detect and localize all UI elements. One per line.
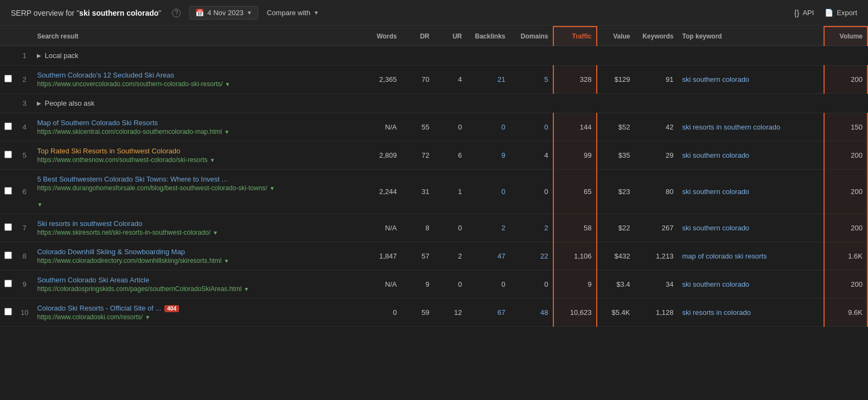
serp-table-container: Search result Words DR UR Backlinks Doma… bbox=[0, 26, 868, 327]
td-checkbox bbox=[0, 270, 16, 299]
table-row: 9 Southern Colorado Ski Areas Article ht… bbox=[0, 270, 867, 299]
table-row: 2 Southern Colorado's 12 Secluded Ski Ar… bbox=[0, 66, 867, 94]
date-picker-button[interactable]: 📅 4 Nov 2023 ▼ bbox=[189, 6, 258, 20]
td-domains: 0 bbox=[510, 113, 553, 141]
th-value: Value bbox=[597, 27, 635, 46]
result-title-link[interactable]: Colorado Ski Resorts - Official Site of … bbox=[37, 304, 364, 312]
result-title-link[interactable]: Ski resorts in southwest Colorado bbox=[37, 220, 364, 228]
td-value: $22 bbox=[597, 214, 635, 242]
compare-label: Compare with bbox=[267, 9, 310, 17]
th-search-result: Search result bbox=[33, 27, 368, 46]
td-backlinks: 0 bbox=[467, 270, 510, 299]
td-num: 6 bbox=[16, 170, 33, 214]
url-caret[interactable]: ▼ bbox=[145, 314, 150, 320]
th-domains: Domains bbox=[510, 27, 553, 46]
td-words: 1,847 bbox=[369, 242, 401, 270]
th-traffic: Traffic bbox=[553, 27, 597, 46]
header-title: SERP overview for "ski southern colorado… bbox=[11, 9, 161, 17]
url-caret[interactable]: ▼ bbox=[225, 81, 231, 87]
url-caret[interactable]: ▼ bbox=[244, 286, 249, 292]
td-domains: 48 bbox=[510, 299, 553, 327]
td-keywords: 34 bbox=[635, 270, 678, 299]
result-title-link[interactable]: Top Rated Ski Resorts in Southwest Color… bbox=[37, 147, 364, 155]
td-title: Southern Colorado Ski Areas Article http… bbox=[33, 270, 368, 299]
td-words: N/A bbox=[369, 270, 401, 299]
td-top-keyword: ski southern colorado bbox=[678, 170, 824, 214]
result-title-link[interactable]: Southern Colorado Ski Areas Article bbox=[37, 276, 364, 284]
url-text: https://www.skiresorts.net/ski-resorts-i… bbox=[37, 229, 210, 236]
url-caret[interactable]: ▼ bbox=[213, 230, 218, 236]
url-caret[interactable]: ▼ bbox=[224, 258, 229, 264]
result-title-link[interactable]: 5 Best Southwestern Colorado Ski Towns: … bbox=[37, 175, 364, 183]
td-ur: 0 bbox=[434, 214, 467, 242]
td-ur: 4 bbox=[434, 66, 467, 94]
result-url: https://www.skicentral.com/colorado-sout… bbox=[37, 128, 364, 136]
td-traffic: 9 bbox=[553, 270, 597, 299]
td-keywords: 267 bbox=[635, 214, 678, 242]
td-dr: 55 bbox=[401, 113, 434, 141]
td-checkbox bbox=[0, 94, 16, 113]
td-top-keyword: ski resorts in colorado bbox=[678, 299, 824, 327]
td-num: 1 bbox=[16, 46, 33, 66]
url-expand-caret[interactable]: ▼ bbox=[37, 202, 42, 208]
td-top-keyword: ski southern colorado bbox=[678, 66, 824, 94]
td-volume: 200 bbox=[824, 214, 867, 242]
result-title-link[interactable]: Map of Southern Colorado Ski Resorts bbox=[37, 119, 364, 127]
td-special-title: ▶ Local pack bbox=[33, 46, 867, 66]
row-checkbox[interactable] bbox=[4, 122, 12, 130]
url-caret[interactable]: ▼ bbox=[210, 157, 215, 163]
row-checkbox[interactable] bbox=[4, 187, 12, 195]
th-dr: DR bbox=[401, 27, 434, 46]
td-top-keyword: map of colorado ski resorts bbox=[678, 242, 824, 270]
url-text: https://www.coloradodirectory.com/downhi… bbox=[37, 257, 221, 264]
td-keywords: 29 bbox=[635, 141, 678, 170]
td-words: N/A bbox=[369, 113, 401, 141]
td-traffic: 58 bbox=[553, 214, 597, 242]
result-url: https://www.onthesnow.com/southwest-colo… bbox=[37, 156, 364, 164]
td-words: 0 bbox=[369, 299, 401, 327]
table-row: 7 Ski resorts in southwest Colorado http… bbox=[0, 214, 867, 242]
td-checkbox bbox=[0, 141, 16, 170]
td-num: 10 bbox=[16, 299, 33, 327]
url-caret[interactable]: ▼ bbox=[224, 129, 229, 135]
row-checkbox[interactable] bbox=[4, 251, 12, 259]
result-url: https://www.skiresorts.net/ski-resorts-i… bbox=[37, 229, 364, 236]
table-row: 3 ▶ People also ask bbox=[0, 94, 867, 113]
result-url: https://coloradospringskids.com/pages/so… bbox=[37, 285, 364, 293]
td-title: Colorado Downhill Skiing & Snowboarding … bbox=[33, 242, 368, 270]
expand-icon: ▶ bbox=[37, 53, 41, 59]
td-dr: 72 bbox=[401, 141, 434, 170]
url-caret[interactable]: ▼ bbox=[270, 185, 275, 191]
row-checkbox[interactable] bbox=[4, 75, 12, 82]
url-text: https://www.onthesnow.com/southwest-colo… bbox=[37, 156, 207, 164]
api-button[interactable]: {} API bbox=[794, 9, 814, 17]
row-checkbox[interactable] bbox=[4, 308, 12, 315]
td-words: N/A bbox=[369, 214, 401, 242]
td-value: $432 bbox=[597, 242, 635, 270]
td-num: 2 bbox=[16, 66, 33, 94]
td-backlinks: 9 bbox=[467, 141, 510, 170]
td-keywords: 80 bbox=[635, 170, 678, 214]
row-checkbox[interactable] bbox=[4, 280, 12, 287]
td-ur: 6 bbox=[434, 141, 467, 170]
row-checkbox[interactable] bbox=[4, 223, 12, 231]
th-volume: Volume bbox=[824, 27, 867, 46]
table-row: 4 Map of Southern Colorado Ski Resorts h… bbox=[0, 113, 867, 141]
export-button[interactable]: 📄 Export bbox=[825, 9, 857, 17]
url-text: https://www.durangohomesforsale.com/blog… bbox=[37, 184, 267, 192]
td-traffic: 328 bbox=[553, 66, 597, 94]
serp-table: Search result Words DR UR Backlinks Doma… bbox=[0, 26, 868, 327]
compare-button[interactable]: Compare with ▼ bbox=[267, 9, 319, 17]
help-icon[interactable]: ? bbox=[172, 9, 181, 17]
td-dr: 9 bbox=[401, 270, 434, 299]
td-ur: 0 bbox=[434, 270, 467, 299]
result-title-link[interactable]: Southern Colorado's 12 Secluded Ski Area… bbox=[37, 71, 364, 79]
result-url: https://www.coloradoski.com/resorts/ ▼ bbox=[37, 313, 364, 321]
td-num: 9 bbox=[16, 270, 33, 299]
td-checkbox bbox=[0, 214, 16, 242]
export-icon: 📄 bbox=[825, 9, 833, 17]
row-checkbox[interactable] bbox=[4, 151, 12, 158]
result-title-link[interactable]: Colorado Downhill Skiing & Snowboarding … bbox=[37, 248, 364, 256]
td-backlinks: 21 bbox=[467, 66, 510, 94]
td-keywords: 1,213 bbox=[635, 242, 678, 270]
